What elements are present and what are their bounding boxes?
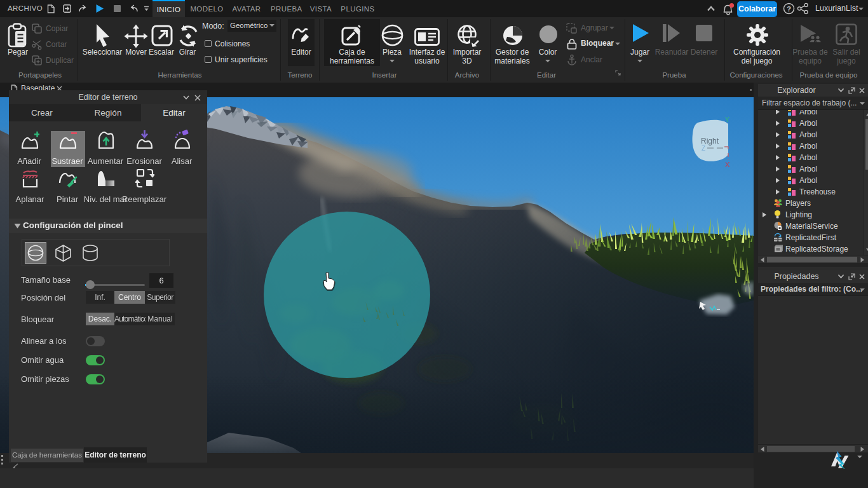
- svg-text:Z: Z: [702, 145, 705, 152]
- svg-text:Right: Right: [701, 137, 719, 146]
- svg-text:X: X: [725, 161, 730, 168]
- svg-text:Y: Y: [725, 116, 729, 123]
- svg-text:?: ?: [787, 5, 791, 13]
